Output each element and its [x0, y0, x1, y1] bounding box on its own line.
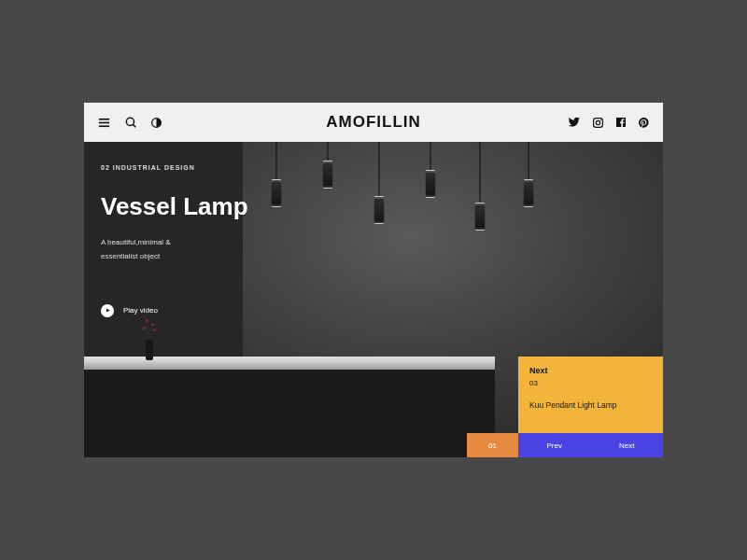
svg-line-4	[134, 125, 136, 128]
instagram-icon[interactable]	[592, 117, 604, 129]
shelf-shadow	[84, 370, 495, 457]
header-bar: AMOFILLIN	[84, 103, 663, 142]
pendant-lamp	[322, 142, 332, 189]
pendant-lamp	[425, 142, 435, 198]
svg-point-7	[596, 120, 599, 124]
pendant-lamp	[374, 142, 384, 224]
next-item-name: Kuu Pendant Light Lamp	[529, 400, 623, 412]
vase-decoration	[140, 319, 159, 360]
next-item-card[interactable]: Next 03 Kuu Pendant Light Lamp	[518, 357, 663, 433]
pendant-lamp	[271, 142, 281, 207]
play-icon	[101, 304, 114, 317]
category-eyebrow: 02 INDUSTRIAL DESIGN	[101, 164, 226, 171]
pinterest-icon[interactable]	[638, 117, 650, 129]
pendant-lamp	[474, 142, 485, 231]
pagination-strip: 01 Prev Next	[467, 433, 663, 457]
next-label: Next	[529, 366, 652, 375]
header-left-tools	[97, 116, 162, 130]
prev-next-bar: Prev Next	[518, 433, 663, 457]
svg-point-8	[600, 119, 601, 119]
current-index-chip: 01	[467, 433, 518, 457]
hero-stage: 02 INDUSTRIAL DESIGN Vessel Lamp A beaut…	[84, 142, 663, 457]
product-title: Vessel Lamp	[101, 193, 226, 220]
menu-icon[interactable]	[97, 116, 111, 130]
contrast-icon[interactable]	[150, 117, 162, 129]
facebook-icon[interactable]	[615, 117, 627, 128]
tagline-line-1: A beautiful,minimal &	[101, 235, 226, 249]
product-tagline: A beautiful,minimal & essentialist objec…	[101, 235, 226, 263]
twitter-icon[interactable]	[568, 116, 581, 129]
play-video-label: Play video	[123, 306, 158, 315]
page-root: AMOFILLIN 02 INDUSTRIAL DESIGN Vessel La…	[84, 103, 663, 457]
brand-logo[interactable]: AMOFILLIN	[326, 103, 421, 142]
current-index: 01	[488, 441, 497, 450]
next-button[interactable]: Next	[619, 441, 634, 450]
header-social	[568, 116, 650, 129]
play-video-button[interactable]: Play video	[101, 304, 226, 317]
tagline-line-2: essentialist object	[101, 249, 226, 263]
next-number: 03	[529, 379, 652, 387]
svg-rect-6	[594, 118, 603, 127]
search-icon[interactable]	[124, 116, 137, 129]
prev-button[interactable]: Prev	[547, 441, 562, 450]
svg-point-3	[126, 118, 134, 125]
pendant-lamp	[523, 142, 533, 207]
